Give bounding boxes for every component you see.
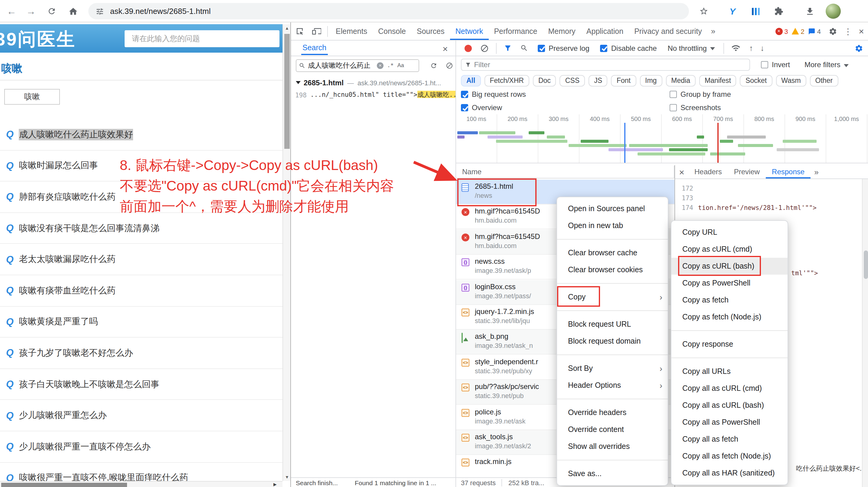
menu-item-copy[interactable]: Copy — [557, 288, 668, 305]
menu-item-override-content[interactable]: Override content — [557, 421, 668, 438]
close-devtools-icon[interactable] — [855, 22, 868, 40]
forward-button[interactable]: → — [22, 0, 40, 22]
question-list-item[interactable]: 咳嗽黄痰是严重了吗 — [0, 306, 282, 338]
disable-cache-checkbox[interactable] — [600, 44, 608, 52]
profile-button[interactable] — [824, 0, 842, 22]
tab-console[interactable]: Console — [373, 23, 411, 40]
vertical-scroll-thumb[interactable] — [284, 34, 290, 149]
regex-toggle-icon[interactable] — [387, 62, 394, 68]
tab-sources[interactable]: Sources — [411, 23, 450, 40]
scroll-down-icon[interactable] — [283, 475, 291, 479]
menu-item-clear-browser-cookies[interactable]: Clear browser cookies — [557, 261, 668, 278]
filter-chip-img[interactable]: Img — [640, 75, 662, 86]
submenu-item-copy-as-fetch[interactable]: Copy as fetch — [672, 292, 787, 308]
question-list-item[interactable]: 咳嗽没有痰干咳是怎么回事流清鼻涕 — [0, 213, 282, 244]
issues-badge[interactable]: 4 — [808, 28, 825, 35]
submenu-item-copy-url[interactable]: Copy URL — [672, 224, 787, 241]
search-result-line[interactable]: 198 ...n/_hcnu05.html" title="">成人咳嗽吃... — [291, 90, 456, 100]
network-filter-box[interactable] — [461, 59, 750, 71]
question-list-item[interactable]: 孩子九岁了咳嗽老不好怎么办 — [0, 338, 282, 369]
export-har-icon[interactable] — [760, 43, 764, 53]
network-conditions-icon[interactable] — [732, 43, 741, 53]
devtools-menu-icon[interactable] — [841, 26, 855, 36]
clear-query-icon[interactable] — [377, 62, 383, 69]
page-vertical-scrollbar[interactable] — [282, 24, 290, 481]
question-list-item[interactable]: 少儿咳嗽很严重一直咳不停怎么办 — [0, 431, 282, 462]
scroll-right-icon[interactable] — [273, 482, 277, 487]
question-list-item[interactable]: 成人咳嗽吃什么药止咳效果好 — [0, 119, 282, 150]
home-button[interactable] — [64, 0, 82, 22]
submenu-item-copy-all-as-curl-bash[interactable]: Copy all as cURL (bash) — [672, 397, 787, 414]
tab-response[interactable]: Response — [766, 165, 810, 178]
submenu-item-copy-all-as-fetch-nodejs[interactable]: Copy all as fetch (Node.js) — [672, 448, 787, 465]
back-button[interactable]: ← — [2, 0, 21, 22]
menu-item-open-in-sources-panel[interactable]: Open in Sources panel — [557, 200, 668, 217]
more-tabs-icon[interactable] — [707, 27, 719, 36]
filter-chip-socket[interactable]: Socket — [740, 75, 772, 86]
invert-checkbox[interactable] — [761, 61, 768, 68]
filter-chip-js[interactable]: JS — [589, 75, 608, 86]
big-request-rows-checkbox[interactable] — [461, 91, 468, 98]
filter-toggle-icon[interactable] — [504, 44, 512, 52]
search-query-input[interactable] — [308, 62, 376, 69]
close-details-icon[interactable] — [675, 165, 688, 179]
question-list-item[interactable]: 咳嗽时漏尿怎么回事 — [0, 150, 282, 182]
menu-item-clear-browser-cache[interactable]: Clear browser cache — [557, 244, 668, 261]
clear-network-log-icon[interactable] — [480, 44, 489, 52]
tab-privacy-security[interactable]: Privacy and security — [629, 23, 707, 40]
screenshots-checkbox[interactable] — [670, 104, 677, 111]
filter-chip-font[interactable]: Font — [611, 75, 636, 86]
filter-chip-css[interactable]: CSS — [560, 75, 585, 86]
filter-chip-all[interactable]: All — [461, 75, 480, 86]
group-by-frame-checkbox[interactable] — [670, 91, 677, 98]
site-search-input[interactable] — [125, 34, 279, 43]
horizontal-scroll-thumb[interactable] — [1, 483, 127, 487]
more-detail-tabs-icon[interactable] — [810, 167, 822, 176]
import-har-icon[interactable] — [749, 43, 753, 53]
search-pane-tab[interactable]: Search — [301, 40, 328, 55]
address-bar[interactable]: ask.39.net/news/2685-1.html — [88, 3, 689, 19]
question-list-item[interactable]: 咳嗽很严重一直咳不停,喉咙里面痒吃什么药 — [0, 462, 282, 481]
tab-application[interactable]: Application — [581, 23, 629, 40]
device-toolbar-button[interactable] — [308, 22, 325, 40]
preserve-log-checkbox[interactable] — [538, 44, 545, 52]
extension-y-button[interactable] — [723, 0, 742, 22]
warning-badge[interactable]: 2 — [792, 28, 808, 35]
search-network-icon[interactable] — [520, 44, 528, 52]
menu-item-save-as[interactable]: Save as... — [557, 465, 668, 482]
tab-network[interactable]: Network — [450, 23, 489, 40]
submenu-item-copy-as-powershell[interactable]: Copy as PowerShell — [672, 275, 787, 292]
extensions-button[interactable] — [769, 0, 787, 22]
match-case-toggle-icon[interactable] — [397, 62, 404, 68]
error-badge[interactable]: 3 — [775, 28, 792, 35]
filter-chip-media[interactable]: Media — [666, 75, 695, 86]
filter-chip-other[interactable]: Other — [810, 75, 838, 86]
menu-item-override-headers[interactable]: Override headers — [557, 404, 668, 421]
expand-caret-icon[interactable] — [296, 81, 301, 87]
scroll-up-icon[interactable] — [283, 26, 291, 30]
tab-memory[interactable]: Memory — [543, 23, 581, 40]
bookmark-star-button[interactable] — [694, 0, 713, 22]
menu-item-block-request-domain[interactable]: Block request domain — [557, 333, 668, 350]
more-filters-select[interactable]: More filters — [805, 61, 840, 69]
tab-performance[interactable]: Performance — [489, 23, 542, 40]
inspect-element-button[interactable] — [291, 22, 308, 40]
tab-preview[interactable]: Preview — [728, 165, 766, 178]
submenu-item-copy-all-as-powershell[interactable]: Copy all as PowerShell — [672, 414, 787, 431]
tab-elements[interactable]: Elements — [330, 23, 373, 40]
question-list-item[interactable]: 少儿咳嗽很严重怎么办 — [0, 400, 282, 431]
menu-item-header-options[interactable]: Header Options — [557, 377, 668, 394]
question-list-item[interactable]: 老太太咳嗽漏尿吃什么药 — [0, 244, 282, 275]
filter-chip-fetch-xhr[interactable]: Fetch/XHR — [484, 75, 529, 86]
throttling-select[interactable]: No throttling — [668, 44, 707, 52]
menu-item-sort-by[interactable]: Sort By — [557, 360, 668, 377]
submenu-item-copy-as-curl-cmd[interactable]: Copy as cURL (cmd) — [672, 241, 787, 258]
filter-chip-doc[interactable]: Doc — [533, 75, 556, 86]
page-horizontal-scrollbar[interactable] — [0, 481, 282, 487]
record-button[interactable] — [465, 44, 472, 52]
network-overview-timeline[interactable]: 100 ms 200 ms 300 ms 400 ms 500 ms 600 m… — [456, 114, 868, 163]
submenu-item-copy-as-curl-bash[interactable]: Copy as cURL (bash) — [672, 258, 787, 275]
topic-tab[interactable]: 咳嗽 — [4, 89, 60, 105]
filter-chip-manifest[interactable]: Manifest — [699, 75, 737, 86]
search-query-field[interactable] — [296, 59, 419, 72]
